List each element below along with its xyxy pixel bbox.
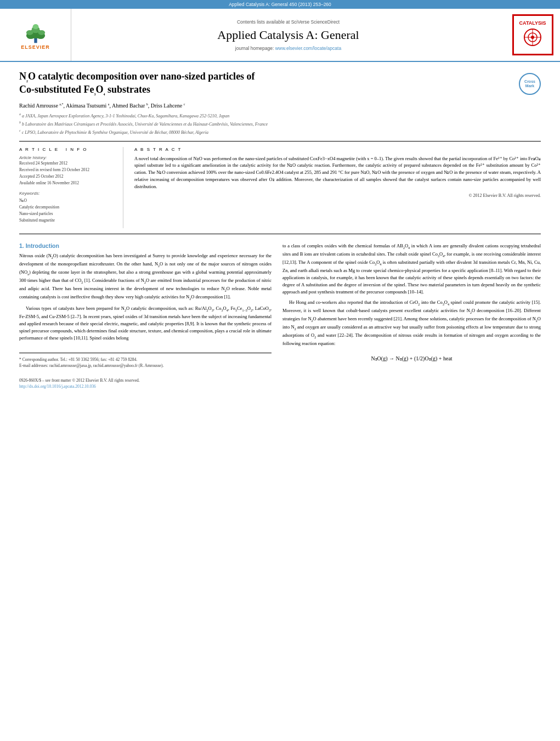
journal-header: ELSEVIER Contents lists available at Sci… — [0, 9, 560, 62]
article-title: N2O catalytic decomposition over nano-si… — [19, 70, 541, 97]
elsevier-tree-icon — [19, 20, 52, 44]
authors: Rachid Amrousse a,*, Akimasa Tsutsumi a,… — [19, 103, 541, 109]
right-p2: He Hong and co-workers also reported tha… — [282, 299, 541, 347]
intro-body: Nitrous oxide (N2O) catalytic decomposit… — [19, 252, 271, 342]
body-right-col: to a class of complex oxides with the ch… — [282, 242, 541, 390]
svg-point-7 — [32, 24, 38, 29]
history-label: Article history: — [19, 155, 116, 160]
crossmark-icon: CrossMark — [519, 73, 541, 95]
elsevier-logo: ELSEVIER — [19, 20, 52, 50]
homepage-url: www.elsevier.com/locate/apcata — [275, 46, 341, 51]
intro-heading: 1. Introduction — [19, 242, 271, 249]
footer-doi: http://dx.doi.org/10.1016/j.apcata.2012.… — [19, 383, 271, 389]
keyword-4: Substituted magnetite — [19, 217, 116, 224]
journal-title-block: Contents lists available at SciVerse Sci… — [71, 9, 505, 61]
affiliation-b: b b Laboratoire des Matériaux Céramiques… — [19, 120, 541, 127]
right-p1: to a class of complex oxides with the ch… — [282, 242, 541, 296]
journal-homepage: journal homepage: www.elsevier.com/locat… — [235, 46, 341, 51]
catalysis-label: CATALYSIS — [519, 20, 546, 27]
intro-p2: Various types of catalysts have been pre… — [19, 305, 271, 342]
elsevier-logo-block: ELSEVIER — [0, 9, 71, 61]
divider-2 — [19, 234, 541, 234]
article-info-abstract: A R T I C L E I N F O Article history: R… — [19, 147, 541, 228]
affiliation-c: c c LPSO, Laboratoire de Phytochimie & S… — [19, 128, 541, 135]
date-received: Received 24 September 2012 Received in r… — [19, 160, 116, 186]
right-body: to a class of complex oxides with the ch… — [282, 242, 541, 348]
footer: 0926-860X/$ – see front matter © 2012 El… — [19, 377, 271, 390]
top-bar: Applied Catalysis A: General 450 (2013) … — [0, 0, 560, 9]
journal-main-title: Applied Catalysis A: General — [217, 28, 359, 42]
catalysis-logo: CATALYSIS — [512, 14, 553, 55]
reaction-equation: N₂O(g) → N₂(g) + (1/2)O₂(g) + heat — [282, 355, 541, 361]
footnote-2: E-mail addresses: rachid.amrousse@jaxa.j… — [19, 363, 271, 369]
abstract-label: A B S T R A C T — [134, 147, 541, 152]
sciverse-link: Contents lists available at SciVerse Sci… — [237, 19, 340, 25]
footnote-1: * Corresponding author. Tel.: +81 50 336… — [19, 357, 271, 363]
article-history: Article history: Received 24 September 2… — [19, 155, 116, 186]
footer-copyright: 0926-860X/$ – see front matter © 2012 El… — [19, 377, 271, 383]
svg-point-6 — [38, 30, 45, 35]
catalysis-symbol-icon — [519, 26, 546, 48]
svg-point-5 — [26, 30, 33, 35]
elsevier-text: ELSEVIER — [21, 44, 50, 50]
body-content: 1. Introduction Nitrous oxide (N2O) cata… — [19, 242, 541, 390]
page: Applied Catalysis A: General 450 (2013) … — [0, 0, 560, 741]
abstract-col: A B S T R A C T A novel total decomposit… — [134, 147, 541, 228]
keyword-2: Catalytic decomposition — [19, 204, 116, 211]
divider-1 — [19, 141, 541, 142]
article-info-label: A R T I C L E I N F O — [19, 147, 116, 152]
affiliation-a: a a JAXA, Japan Aerospace Exploration Ag… — [19, 112, 541, 119]
footnotes: * Corresponding author. Tel.: +81 50 336… — [19, 353, 271, 369]
keyword-1: N₂O — [19, 197, 116, 204]
catalysis-logo-block: CATALYSIS — [505, 9, 560, 61]
journal-citation: Applied Catalysis A: General 450 (2013) … — [229, 2, 331, 7]
keywords-label: Keywords: — [19, 191, 116, 196]
keyword-3: Nano-sized particles — [19, 211, 116, 217]
article-info-col: A R T I C L E I N F O Article history: R… — [19, 147, 123, 228]
copyright: © 2012 Elsevier B.V. All rights reserved… — [134, 193, 541, 198]
intro-p1: Nitrous oxide (N2O) catalytic decomposit… — [19, 252, 271, 302]
abstract-text: A novel total decomposition of N₂O was p… — [134, 155, 541, 190]
keywords-group: Keywords: N₂O Catalytic decomposition Na… — [19, 191, 116, 224]
crossmark: CrossMark — [519, 73, 541, 95]
body-left-col: 1. Introduction Nitrous oxide (N2O) cata… — [19, 242, 271, 390]
article-content: CrossMark N2O catalytic decomposition ov… — [0, 62, 560, 400]
